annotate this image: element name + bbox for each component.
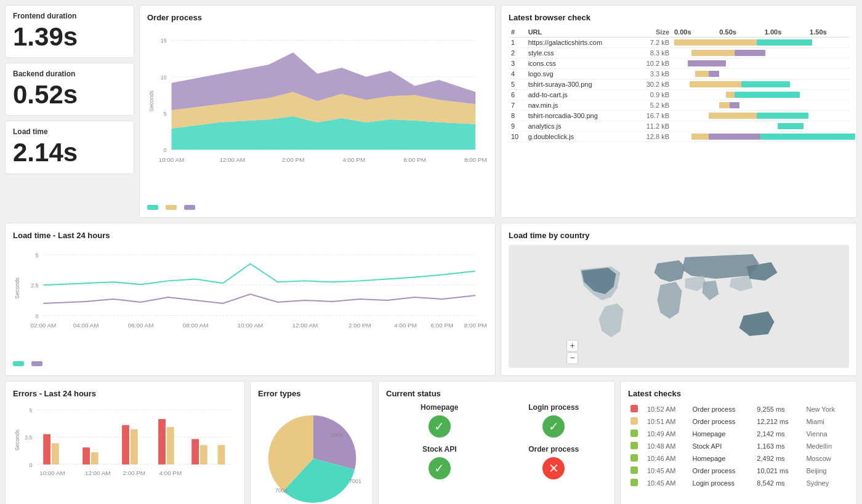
svg-text:15: 15 <box>161 38 167 44</box>
frontend-duration-panel: Frontend duration 1.39s <box>5 5 134 58</box>
error-types-title: Error types <box>258 389 365 398</box>
bc-size: 10.2 kB <box>634 58 672 69</box>
bc-num: 6 <box>509 90 526 100</box>
lt-legend-purple <box>31 361 42 366</box>
current-status-title: Current status <box>386 389 607 398</box>
bc-row: 7 nav.min.js 5.2 kB <box>509 100 849 111</box>
check-row: 10:48 AM Stock API 1,163 ms Medellín <box>628 440 849 452</box>
error-types-panel: Error types 3009 7001 7004 <box>250 381 373 504</box>
load-by-country-panel: Load time by country <box>501 223 857 376</box>
svg-text:5: 5 <box>36 252 39 258</box>
check-ms: 12,212 ms <box>754 415 804 428</box>
bc-size: 3.3 kB <box>634 69 672 79</box>
backend-label: Backend duration <box>13 70 126 78</box>
check-row: 10:52 AM Order process 9,255 ms New York <box>628 403 849 415</box>
check-row: 10:45 AM Order process 10,021 ms Beijing <box>628 465 849 477</box>
svg-text:4:00 PM: 4:00 PM <box>394 322 417 329</box>
check-row: 10:49 AM Homepage 2,142 ms Vienna <box>628 428 849 440</box>
bc-num: 1 <box>509 38 526 48</box>
backend-value: 0.52s <box>13 81 126 109</box>
stockapi-label: Stock API <box>422 445 457 454</box>
errors-24h-title: Errors - Last 24 hours <box>13 389 237 398</box>
bc-bars <box>672 100 849 111</box>
svg-text:10:00 AM: 10:00 AM <box>159 156 185 163</box>
check-name: Stock API <box>690 440 755 452</box>
bc-size: 0.9 kB <box>634 90 672 100</box>
bc-url: logo.svg <box>526 69 634 79</box>
check-row: 10:46 AM Homepage 2,492 ms Moscow <box>628 452 849 465</box>
svg-text:12:00 AM: 12:00 AM <box>292 322 318 329</box>
svg-rect-49 <box>158 419 166 465</box>
bc-url: analytics.js <box>526 121 634 132</box>
check-time: 10:52 AM <box>645 403 690 415</box>
svg-text:2:00 PM: 2:00 PM <box>123 470 145 476</box>
svg-rect-47 <box>122 425 129 465</box>
svg-rect-53 <box>218 445 225 464</box>
bc-num: 4 <box>509 69 526 79</box>
svg-text:6:00 PM: 6:00 PM <box>403 156 426 163</box>
load-time-24h-title: Load time - Last 24 hours <box>13 231 488 240</box>
current-status-panel: Current status Homepage ✓ Login process … <box>378 381 615 504</box>
bc-size: 5.2 kB <box>634 100 672 111</box>
svg-text:6:00 PM: 6:00 PM <box>430 322 453 329</box>
bc-bars <box>672 90 849 100</box>
bc-num: 3 <box>509 58 526 69</box>
bc-row: 5 tshirt-suraya-300.png 30.2 kB <box>509 79 849 90</box>
svg-text:04:00 AM: 04:00 AM <box>73 322 99 329</box>
svg-text:12:00 AM: 12:00 AM <box>85 470 111 476</box>
loadtime-value: 2.14s <box>13 138 126 167</box>
check-name: Login process <box>690 477 755 489</box>
status-orderprocess: Order process ✕ <box>501 445 608 479</box>
svg-text:Seconds: Seconds <box>148 90 155 111</box>
order-process-legend <box>147 205 488 210</box>
bc-num: 2 <box>509 48 526 58</box>
order-process-chart: 15 10 5 0 Seconds 10:00 AM 12:00 AM 2:00… <box>147 27 488 199</box>
bc-row: 1 https://galacticshirts.com 7.2 kB <box>509 38 849 48</box>
errors-24h-panel: Errors - Last 24 hours 5 2.5 0 Seconds <box>5 381 245 504</box>
browser-check-table: #URLSize0.00s 0.50s 1.00s 1.50s 1 https:… <box>509 27 849 142</box>
check-color <box>628 428 645 440</box>
bc-num: 8 <box>509 111 526 121</box>
load-time-24h-panel: Load time - Last 24 hours 5 2.5 0 Second… <box>5 223 496 376</box>
bc-bars <box>672 69 849 79</box>
order-process-title: Order process <box>147 13 488 22</box>
svg-text:08:00 AM: 08:00 AM <box>183 322 209 329</box>
svg-text:8:00 PM: 8:00 PM <box>464 322 487 329</box>
svg-text:3009: 3009 <box>331 432 343 438</box>
bc-row: 3 icons.css 10.2 kB <box>509 58 849 69</box>
status-stockapi: Stock API ✓ <box>386 445 493 479</box>
bc-url: tshirt-norcadia-300.png <box>526 111 634 121</box>
check-color <box>628 465 645 477</box>
latest-checks-table: 10:52 AM Order process 9,255 ms New York… <box>628 403 849 489</box>
latest-checks-panel: Latest checks 10:52 AM Order process 9,2… <box>620 381 857 504</box>
svg-text:2:00 PM: 2:00 PM <box>282 156 305 163</box>
svg-text:10:00 AM: 10:00 AM <box>39 470 65 476</box>
svg-text:0: 0 <box>164 147 167 153</box>
svg-text:10: 10 <box>161 74 167 81</box>
lt-legend-teal <box>13 361 24 366</box>
svg-text:7001: 7001 <box>349 478 361 484</box>
svg-rect-44 <box>52 443 59 464</box>
loadtime-panel: Load time 2.14s <box>5 121 134 174</box>
check-color <box>628 415 645 428</box>
check-name: Order process <box>690 403 755 415</box>
svg-rect-43 <box>43 434 50 465</box>
browser-check-title: Latest browser check <box>509 13 849 22</box>
check-ms: 9,255 ms <box>754 403 804 415</box>
bc-url: https://galacticshirts.com <box>526 38 634 48</box>
bc-url: g.doubleclick.js <box>526 132 634 142</box>
bc-bars <box>672 132 849 142</box>
check-ms: 8,542 ms <box>754 477 804 489</box>
bc-bars <box>672 121 849 132</box>
homepage-icon: ✓ <box>429 415 451 438</box>
bc-row: 4 logo.svg 3.3 kB <box>509 69 849 79</box>
check-color <box>628 440 645 452</box>
load-time-legend <box>13 361 488 366</box>
status-login: Login process ✓ <box>501 403 608 438</box>
check-ms: 1,163 ms <box>754 440 804 452</box>
svg-text:+: + <box>570 340 574 350</box>
browser-check-panel: Latest browser check #URLSize0.00s 0.50s… <box>501 5 857 218</box>
svg-rect-48 <box>131 430 138 465</box>
svg-rect-50 <box>167 427 174 465</box>
bc-bars <box>672 48 849 58</box>
